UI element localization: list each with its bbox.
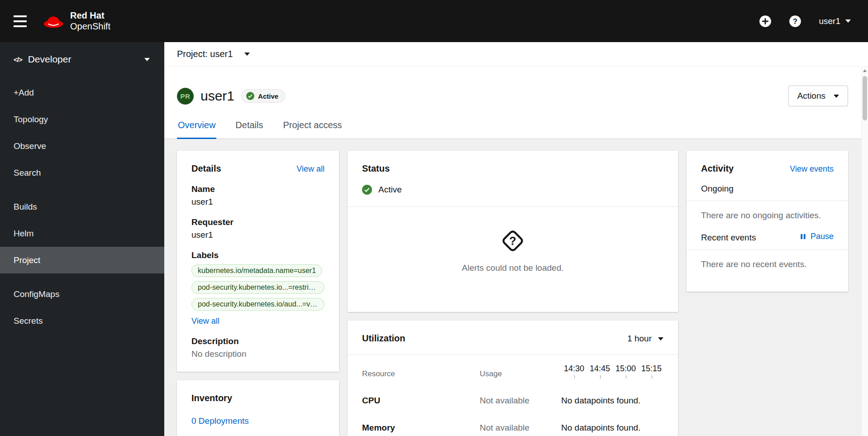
alerts-empty-state: ? Alerts could not be loaded. bbox=[362, 207, 663, 299]
sidebar-item-topology[interactable]: Topology bbox=[0, 106, 164, 133]
chevron-down-icon bbox=[834, 95, 839, 98]
labels-view-all-link[interactable]: View all bbox=[191, 316, 219, 326]
code-icon: </> bbox=[14, 56, 22, 63]
details-labels-label: Labels bbox=[191, 250, 324, 260]
duration-label: 1 hour bbox=[627, 334, 652, 344]
label-pill[interactable]: kubernetes.io/metadata.name=user1 bbox=[191, 264, 322, 277]
status-card-title: Status bbox=[362, 163, 663, 174]
scrollbar-thumb[interactable] bbox=[863, 76, 867, 120]
utilization-row-memory: Memory Not available No datapoints found… bbox=[362, 423, 663, 433]
utilization-card-title: Utilization bbox=[362, 333, 405, 344]
page-title: user1 bbox=[200, 88, 234, 104]
alerts-empty-message: Alerts could not be loaded. bbox=[362, 263, 663, 273]
check-circle-icon bbox=[246, 92, 254, 100]
resource-datapoints: No datapoints found. bbox=[561, 396, 663, 406]
utilization-card: Utilization 1 hour Resource Usage 14:30 … bbox=[348, 321, 678, 436]
sidebar-group-config: ConfigMaps Secrets bbox=[0, 281, 164, 334]
details-view-all-link[interactable]: View all bbox=[296, 164, 324, 174]
sidebar-group-resources: Builds Helm Project bbox=[0, 193, 164, 273]
recent-empty-message: There are no recent events. bbox=[701, 250, 834, 279]
duration-dropdown[interactable]: 1 hour bbox=[627, 334, 663, 344]
sidebar-item-builds[interactable]: Builds bbox=[0, 193, 164, 220]
add-plus-circle-icon[interactable] bbox=[759, 15, 772, 28]
details-card-title: Details bbox=[191, 163, 221, 174]
overview-dashboard: Details View all Name user1 Requester us… bbox=[164, 139, 868, 436]
sidebar-nav: </> Developer +Add Topology Observe Sear… bbox=[0, 42, 164, 436]
utilization-row-cpu: CPU Not available No datapoints found. bbox=[362, 396, 663, 406]
column-usage: Usage bbox=[480, 369, 561, 379]
resource-usage: Not available bbox=[480, 396, 561, 406]
tab-project-access[interactable]: Project access bbox=[282, 120, 343, 139]
label-pill[interactable]: pod-security.kubernetes.io/aud...=v1.... bbox=[191, 298, 324, 311]
sidebar-item-project[interactable]: Project bbox=[0, 247, 164, 273]
labels-list: kubernetes.io/metadata.name=user1 pod-se… bbox=[191, 260, 324, 311]
sidebar-item-secrets[interactable]: Secrets bbox=[0, 307, 164, 334]
brand-name-bottom: OpenShift bbox=[70, 21, 110, 32]
tab-details[interactable]: Details bbox=[234, 120, 264, 139]
main-content: Project: user1 PR user1 Active Actions O… bbox=[164, 42, 868, 436]
redhat-hat-icon bbox=[43, 13, 64, 29]
details-card: Details View all Name user1 Requester us… bbox=[177, 151, 339, 372]
hamburger-menu-icon[interactable] bbox=[14, 11, 34, 32]
sidebar-item-add[interactable]: +Add bbox=[0, 79, 164, 106]
details-name-value: user1 bbox=[191, 197, 324, 207]
chevron-down-icon bbox=[244, 53, 250, 56]
tab-bar: Overview Details Project access bbox=[164, 120, 868, 139]
sidebar-group-main: +Add Topology Observe Search bbox=[0, 79, 164, 186]
details-name-label: Name bbox=[191, 184, 324, 194]
activity-card-title: Activity bbox=[701, 163, 734, 174]
project-selector[interactable]: Project: user1 bbox=[164, 42, 868, 67]
chevron-down-icon bbox=[658, 337, 663, 340]
resource-datapoints: No datapoints found. bbox=[561, 423, 663, 433]
details-description-label: Description bbox=[191, 336, 324, 346]
perspective-label: Developer bbox=[28, 54, 72, 65]
perspective-switcher[interactable]: </> Developer bbox=[0, 42, 164, 75]
details-description-value: No description bbox=[191, 349, 324, 359]
brand-name-top: Red Hat bbox=[70, 10, 110, 21]
resource-name: Memory bbox=[362, 423, 480, 433]
chevron-down-icon bbox=[845, 19, 851, 23]
inventory-card-title: Inventory bbox=[191, 393, 324, 403]
sidebar-item-configmaps[interactable]: ConfigMaps bbox=[0, 281, 164, 307]
recent-events-title: Recent events bbox=[701, 233, 756, 243]
column-resource: Resource bbox=[362, 369, 480, 379]
deployments-link[interactable]: 0 Deployments bbox=[191, 416, 249, 426]
page-header: PR user1 Active Actions Overview Details… bbox=[164, 67, 868, 139]
unknown-status-icon: ? bbox=[499, 227, 527, 255]
tab-overview[interactable]: Overview bbox=[177, 120, 216, 139]
sidebar-item-helm[interactable]: Helm bbox=[0, 220, 164, 247]
label-pill[interactable]: pod-security.kubernetes.io...=restric... bbox=[191, 281, 324, 294]
user-menu-label: user1 bbox=[819, 16, 840, 26]
scroll-up-arrow-icon[interactable] bbox=[863, 69, 867, 72]
check-circle-icon bbox=[362, 185, 372, 195]
divider bbox=[348, 355, 678, 355]
pause-icon bbox=[800, 233, 806, 240]
time-tick-label: 15:15 bbox=[639, 364, 664, 379]
pause-button-label: Pause bbox=[811, 232, 834, 241]
resource-name: CPU bbox=[362, 396, 480, 406]
pause-events-button[interactable]: Pause bbox=[800, 232, 834, 241]
help-question-circle-icon[interactable]: ? bbox=[789, 15, 801, 28]
redhat-openshift-logo: Red Hat OpenShift bbox=[43, 10, 110, 31]
sidebar-item-observe[interactable]: Observe bbox=[0, 133, 164, 159]
actions-button-label: Actions bbox=[797, 91, 825, 101]
masthead: Red Hat OpenShift ? user1 bbox=[0, 0, 868, 42]
activity-card: Activity View events Ongoing There are n… bbox=[687, 151, 848, 292]
details-requester-label: Requester bbox=[191, 217, 324, 227]
actions-dropdown-button[interactable]: Actions bbox=[788, 86, 848, 106]
project-resource-badge: PR bbox=[177, 88, 194, 105]
time-tick-label: 14:30 bbox=[561, 364, 587, 379]
status-active-label: Active bbox=[378, 185, 402, 195]
ongoing-empty-message: There are no ongoing activities. bbox=[701, 201, 834, 230]
vertical-scrollbar[interactable] bbox=[861, 67, 868, 436]
utilization-table-header: Resource Usage 14:30 14:45 15:00 15:15 bbox=[362, 364, 663, 379]
time-axis: 14:30 14:45 15:00 15:15 bbox=[561, 364, 664, 379]
inventory-card: Inventory 0 Deployments bbox=[177, 380, 339, 436]
status-badge: Active bbox=[241, 89, 285, 103]
user-menu-dropdown[interactable]: user1 bbox=[819, 16, 851, 26]
svg-text:?: ? bbox=[793, 17, 797, 25]
chevron-down-icon bbox=[144, 58, 150, 61]
sidebar-item-search[interactable]: Search bbox=[0, 159, 164, 186]
svg-text:?: ? bbox=[509, 235, 516, 247]
view-events-link[interactable]: View events bbox=[790, 164, 834, 174]
